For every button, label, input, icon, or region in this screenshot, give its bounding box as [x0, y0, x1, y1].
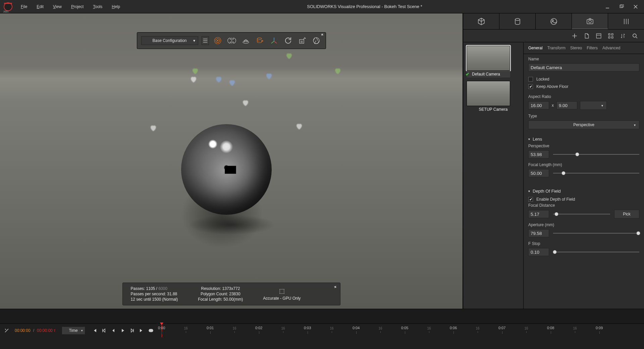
brain-icon[interactable]: [226, 35, 237, 46]
maximize-button[interactable]: [619, 4, 625, 10]
camera-item-setup[interactable]: SETUP Camera: [467, 81, 520, 113]
svg-rect-32: [608, 37, 610, 38]
axes-icon[interactable]: [269, 35, 279, 46]
type-dropdown[interactable]: Perspective ▾: [528, 120, 639, 129]
status-col-mode: ⬚ Accurate - GPU Only: [263, 286, 301, 302]
keyframe-tool-icon[interactable]: [3, 327, 10, 334]
camera-label: Default Camera: [467, 71, 510, 78]
panel-body: Default Camera SETUP Camera General Tran…: [463, 42, 644, 309]
fstop-field[interactable]: [528, 248, 549, 256]
focal-length-field[interactable]: [528, 169, 549, 177]
passes-label: Passes:: [131, 286, 145, 291]
svg-point-21: [551, 18, 557, 24]
window-title: SOLIDWORKS Visualize Professional - Boke…: [125, 4, 604, 9]
tab-advanced[interactable]: Advanced: [602, 46, 620, 50]
fstop-slider[interactable]: [553, 249, 639, 255]
checkbox-box: [528, 77, 533, 82]
aperture-field[interactable]: [528, 229, 549, 237]
menu-file[interactable]: File: [16, 2, 32, 12]
refresh-icon[interactable]: [283, 35, 293, 46]
time-total: 00:00:00 т: [37, 328, 56, 333]
minimize-button[interactable]: [604, 4, 610, 10]
new-file-icon[interactable]: [584, 33, 590, 39]
enable-dof-checkbox[interactable]: Enable Depth of Field: [528, 196, 639, 203]
aperture-slider[interactable]: [553, 230, 639, 237]
menu-tools[interactable]: Tools: [88, 2, 107, 12]
timeline-ruler[interactable]: 0:000:01160:02160:03160:04160:05160:0616…: [160, 324, 641, 337]
dof-section-header[interactable]: ▾ Depth Of Field: [528, 185, 639, 196]
aspect-width-field[interactable]: [528, 101, 549, 109]
pin-icon[interactable]: ✦: [332, 284, 338, 290]
go-to-end-button[interactable]: [138, 327, 145, 334]
focal-length-slider[interactable]: [553, 170, 639, 177]
ruler-minor-label: 16: [476, 327, 480, 330]
tab-models[interactable]: [463, 13, 499, 29]
tab-libraries[interactable]: [608, 13, 644, 29]
time-mode-dropdown[interactable]: Time ▾: [62, 327, 85, 335]
viewport[interactable]: ✦ Base Configuration ▾ ✦ Passes:: [0, 13, 463, 309]
passes-sep: /: [156, 286, 157, 291]
type-label: Type: [528, 114, 639, 118]
menu-help[interactable]: Help: [107, 2, 125, 12]
property-tabs: General Transform Stereo Filters Advance…: [524, 42, 644, 54]
focal-distance-slider[interactable]: [553, 211, 610, 217]
timeline-tracks[interactable]: [0, 337, 644, 349]
tab-transform[interactable]: Transform: [547, 46, 566, 50]
render-target-icon[interactable]: [212, 35, 223, 46]
tab-appearances[interactable]: [499, 13, 536, 29]
ruler-major-label: 0:06: [450, 326, 457, 330]
loop-button[interactable]: [148, 327, 154, 334]
grid-icon[interactable]: [608, 33, 614, 39]
play-button[interactable]: [119, 327, 126, 334]
menu-view[interactable]: View: [48, 2, 66, 12]
svg-point-9: [230, 39, 230, 39]
locked-checkbox[interactable]: Locked: [528, 76, 639, 83]
list-config-button[interactable]: [202, 36, 209, 45]
status-focal-length: Focal Length: 50.00(mm): [198, 297, 243, 302]
svg-rect-2: [620, 5, 623, 8]
prev-key-button[interactable]: [101, 327, 107, 334]
tab-scenes[interactable]: [536, 13, 572, 29]
app-year: 2021: [3, 10, 9, 13]
layout-icon[interactable]: [596, 33, 602, 39]
go-to-start-button[interactable]: [91, 327, 98, 334]
menu-project[interactable]: Project: [66, 2, 88, 12]
aspect-height-field[interactable]: [556, 101, 577, 109]
database-icon[interactable]: [255, 35, 265, 46]
tab-filters[interactable]: Filters: [587, 46, 598, 50]
step-back-button[interactable]: [110, 327, 117, 334]
export-icon[interactable]: [297, 35, 308, 46]
add-icon[interactable]: [572, 33, 578, 39]
lens-section-header[interactable]: ▾ Lens: [528, 133, 639, 144]
configuration-label: Base Configuration: [152, 38, 186, 43]
turntable-icon[interactable]: [240, 35, 251, 46]
tab-cameras[interactable]: [572, 13, 608, 29]
name-field[interactable]: [528, 63, 639, 71]
configuration-dropdown[interactable]: Base Configuration ▾: [141, 36, 198, 45]
chevron-down-icon: ▾: [601, 104, 603, 107]
focal-distance-field[interactable]: [528, 210, 549, 218]
tab-stereo[interactable]: Stereo: [570, 46, 582, 50]
aspect-preset-dropdown[interactable]: ▾: [580, 101, 607, 110]
viewport-toolbar: ✦ Base Configuration ▾: [137, 32, 326, 49]
svg-rect-3: [621, 4, 624, 7]
search-icon[interactable]: [632, 33, 638, 39]
camera-item-default[interactable]: Default Camera: [467, 46, 520, 78]
side-panel: Default Camera SETUP Camera General Tran…: [463, 13, 644, 309]
pick-button[interactable]: Pick: [614, 210, 639, 218]
svg-rect-18: [299, 40, 304, 43]
svg-point-14: [257, 38, 261, 40]
next-key-button[interactable]: [129, 327, 136, 334]
perspective-field[interactable]: [528, 150, 549, 158]
sort-icon[interactable]: [620, 33, 626, 39]
chevron-down-icon: ▾: [193, 38, 195, 43]
tab-general[interactable]: General: [528, 46, 543, 50]
menu-edit[interactable]: Edit: [32, 2, 48, 12]
triangle-down-icon: ▾: [528, 189, 530, 193]
keep-above-floor-checkbox[interactable]: Keep Above Floor: [528, 83, 639, 90]
palette-tabs: [463, 13, 644, 30]
aperture-icon[interactable]: [311, 35, 322, 46]
perspective-slider[interactable]: [553, 151, 639, 158]
ruler-major-label: 0:01: [207, 326, 214, 330]
close-button[interactable]: [633, 4, 639, 10]
